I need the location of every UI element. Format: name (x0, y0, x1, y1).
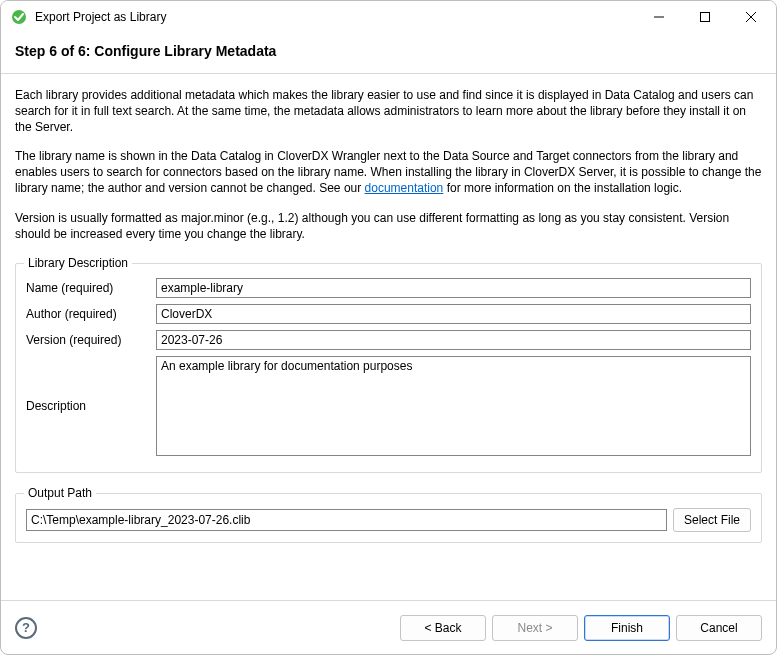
titlebar: Export Project as Library (1, 1, 776, 33)
output-path-field[interactable] (26, 509, 667, 531)
intro-p2-post: for more information on the installation… (443, 181, 682, 195)
next-button: Next > (492, 615, 578, 641)
close-button[interactable] (728, 2, 774, 32)
intro-paragraph-1: Each library provides additional metadat… (15, 88, 762, 135)
documentation-link[interactable]: documentation (365, 181, 444, 195)
maximize-button[interactable] (682, 2, 728, 32)
author-label: Author (required) (26, 307, 156, 321)
window-title: Export Project as Library (35, 10, 636, 24)
description-field[interactable] (156, 356, 751, 456)
finish-button[interactable]: Finish (584, 615, 670, 641)
library-description-group: Library Description Name (required) Auth… (15, 263, 762, 473)
author-field[interactable] (156, 304, 751, 324)
wizard-button-bar: ? < Back Next > Finish Cancel (1, 600, 776, 654)
help-icon[interactable]: ? (15, 617, 37, 639)
version-field[interactable] (156, 330, 751, 350)
cancel-button[interactable]: Cancel (676, 615, 762, 641)
output-path-legend: Output Path (24, 486, 96, 500)
wizard-header: Step 6 of 6: Configure Library Metadata (1, 33, 776, 74)
intro-paragraph-3: Version is usually formatted as major.mi… (15, 211, 762, 243)
back-button[interactable]: < Back (400, 615, 486, 641)
description-label: Description (26, 356, 156, 456)
wizard-step-title: Step 6 of 6: Configure Library Metadata (15, 43, 762, 59)
name-field[interactable] (156, 278, 751, 298)
output-path-group: Output Path Select File (15, 493, 762, 543)
wizard-content: Each library provides additional metadat… (1, 74, 776, 600)
intro-paragraph-2: The library name is shown in the Data Ca… (15, 149, 762, 196)
select-file-button[interactable]: Select File (673, 508, 751, 532)
svg-rect-2 (701, 13, 710, 22)
intro-text: Each library provides additional metadat… (15, 88, 762, 243)
minimize-button[interactable] (636, 2, 682, 32)
library-description-legend: Library Description (24, 256, 132, 270)
name-label: Name (required) (26, 281, 156, 295)
version-label: Version (required) (26, 333, 156, 347)
app-icon (11, 9, 27, 25)
